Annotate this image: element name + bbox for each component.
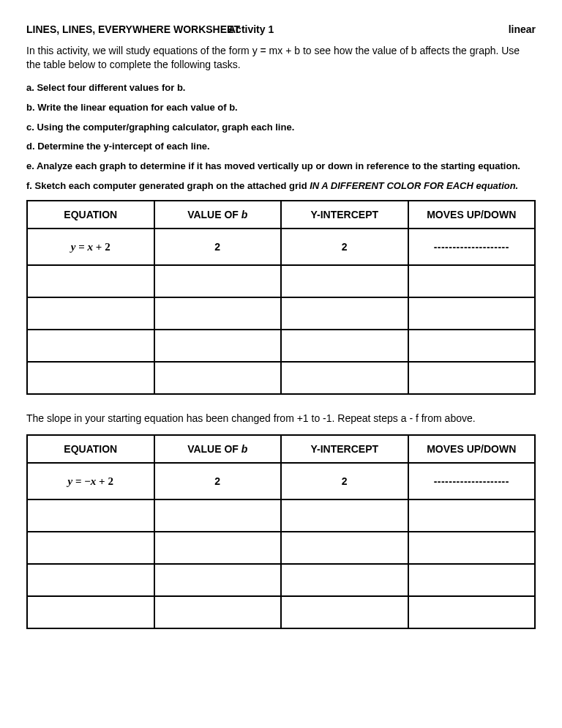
table-row (27, 532, 535, 564)
mid-paragraph: The slope in your starting equation has … (26, 412, 536, 424)
intro-paragraph: In this activity, we will study equation… (26, 44, 536, 72)
th-yintercept: Y-INTERCEPT (281, 435, 408, 463)
task-a: a. Select four different values for b. (26, 82, 536, 94)
table-row (27, 297, 535, 330)
cell-moves: -------------------- (408, 229, 536, 265)
header-row: LINES, LINES, EVERYWHERE WORKSHEET Activ… (26, 23, 536, 35)
eq-equals: = (76, 241, 88, 253)
th-value-b-letter: b (241, 443, 248, 455)
table-1: EQUATION VALUE OF b Y-INTERCEPT MOVES UP… (26, 200, 536, 395)
th-equation: EQUATION (27, 435, 154, 463)
cell-equation: y = x + 2 (27, 229, 154, 265)
eq-plus-2: + 2 (96, 475, 113, 487)
table-row (27, 564, 535, 596)
table-2: EQUATION VALUE OF b Y-INTERCEPT MOVES UP… (26, 434, 536, 629)
th-equation: EQUATION (27, 201, 154, 229)
cell-value-b: 2 (154, 463, 282, 499)
task-d: d. Determine the y-intercept of each lin… (26, 141, 536, 153)
eq-x: x (88, 241, 94, 253)
th-moves: MOVES UP/DOWN (408, 435, 536, 463)
cell-yint: 2 (281, 463, 408, 499)
th-value-b: VALUE OF b (154, 201, 282, 229)
task-e: e. Analyze each graph to determine if it… (26, 160, 536, 173)
task-f-emph: IN A DIFFERENT COLOR FOR EACH equation. (310, 180, 518, 191)
cell-equation: y = −x + 2 (27, 463, 154, 499)
worksheet-title: LINES, LINES, EVERYWHERE WORKSHEET (26, 23, 240, 35)
task-c: c. Using the computer/graphing calculato… (26, 122, 536, 134)
eq-equals: = (72, 475, 84, 487)
table-row: y = −x + 2 2 2 -------------------- (27, 463, 535, 499)
cell-moves: -------------------- (408, 463, 536, 499)
eq-neg: − (84, 475, 91, 487)
activity-label: Activity 1 (228, 23, 274, 35)
table-row (27, 499, 535, 532)
th-value-b-prefix: VALUE OF (187, 209, 241, 220)
table-row (27, 265, 535, 297)
eq-y: y (71, 241, 76, 253)
topic-label: linear (509, 23, 536, 35)
task-f: f. Sketch each computer generated graph … (26, 180, 536, 193)
th-value-b: VALUE OF b (154, 435, 282, 463)
task-list: a. Select four different values for b. b… (26, 82, 536, 193)
cell-value-b: 2 (154, 229, 282, 265)
task-f-prefix: f. Sketch each computer generated graph … (26, 180, 310, 191)
cell-yint: 2 (281, 229, 408, 265)
th-yintercept: Y-INTERCEPT (281, 201, 408, 229)
task-b: b. Write the linear equation for each va… (26, 102, 536, 114)
table-row (27, 362, 535, 394)
table-row (27, 596, 535, 628)
th-value-b-letter: b (241, 209, 248, 220)
eq-plus-2: + 2 (93, 241, 110, 253)
th-value-b-prefix: VALUE OF (187, 443, 241, 455)
table-row (27, 330, 535, 362)
th-moves: MOVES UP/DOWN (408, 201, 536, 229)
table-row: y = x + 2 2 2 -------------------- (27, 229, 535, 265)
